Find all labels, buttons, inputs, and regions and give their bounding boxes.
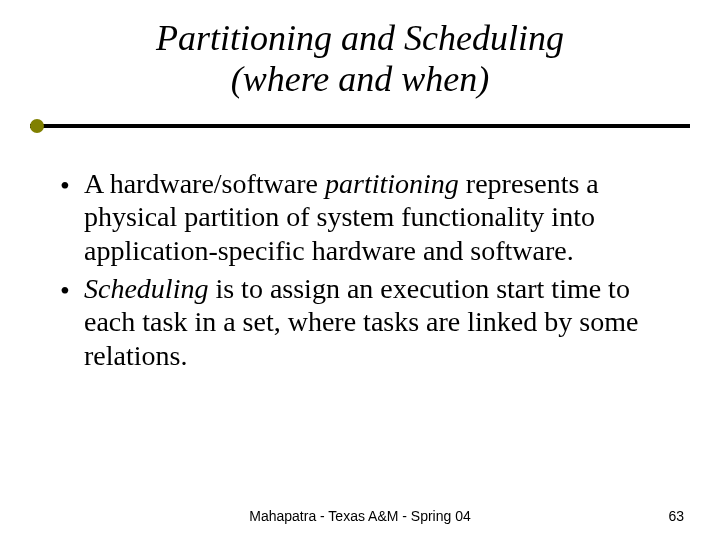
title-line-1: Partitioning and Scheduling — [0, 18, 720, 59]
divider-line — [30, 124, 690, 128]
slide-title-block: Partitioning and Scheduling (where and w… — [0, 0, 720, 109]
slide-body: • A hardware/software partitioning repre… — [0, 133, 720, 373]
slide-footer: Mahapatra - Texas A&M - Spring 04 63 — [0, 508, 720, 524]
italic-text: Scheduling — [84, 273, 208, 304]
divider-dot-icon — [30, 119, 44, 133]
bullet-marker-icon: • — [60, 167, 84, 268]
list-item: • A hardware/software partitioning repre… — [60, 167, 670, 268]
bullet-text: Scheduling is to assign an execution sta… — [84, 272, 670, 373]
page-number: 63 — [668, 508, 684, 524]
title-line-2: (where and when) — [0, 59, 720, 100]
title-divider — [30, 119, 690, 133]
list-item: • Scheduling is to assign an execution s… — [60, 272, 670, 373]
footer-center-text: Mahapatra - Texas A&M - Spring 04 — [249, 508, 471, 524]
italic-text: partitioning — [325, 168, 459, 199]
bullet-marker-icon: • — [60, 272, 84, 373]
bullet-text: A hardware/software partitioning represe… — [84, 167, 670, 268]
body-text: A hardware/software — [84, 168, 325, 199]
